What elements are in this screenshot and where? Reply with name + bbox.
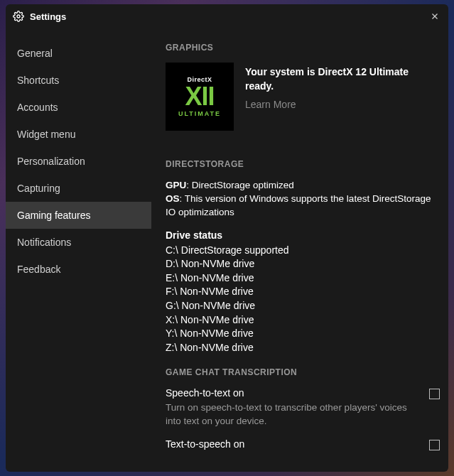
sidebar-item-gaming-features[interactable]: Gaming features: [6, 202, 151, 229]
close-button[interactable]: [428, 10, 441, 23]
graphics-block: DirectX XII ULTIMATE Your system is Dire…: [166, 63, 440, 131]
gamechat-header: GAME CHAT TRANSCRIPTION: [166, 367, 440, 377]
stt-title: Speech-to-text on: [166, 387, 421, 399]
drive-line: G:\ Non-NVMe drive: [166, 299, 440, 313]
gear-icon: [13, 11, 24, 22]
sidebar-item-feedback[interactable]: Feedback: [6, 256, 151, 283]
drive-line: Z:\ Non-NVMe drive: [166, 341, 440, 355]
sidebar-item-shortcuts[interactable]: Shortcuts: [6, 67, 151, 94]
drive-line: Y:\ Non-NVMe drive: [166, 327, 440, 341]
directx-badge-bot: ULTIMATE: [178, 110, 221, 117]
drive-line: F:\ Non-NVMe drive: [166, 285, 440, 299]
ds-os-value: : This version of Windows supports the l…: [166, 193, 431, 217]
settings-panel: Settings General Shortcuts Accounts Widg…: [6, 4, 448, 472]
learn-more-link[interactable]: Learn More: [245, 99, 440, 110]
sidebar-item-capturing[interactable]: Capturing: [6, 175, 151, 202]
svg-point-0: [17, 15, 20, 18]
graphics-heading: Your system is DirectX 12 Ultimate ready…: [245, 65, 440, 93]
window-title: Settings: [30, 11, 428, 22]
ds-gpu-label: GPU: [166, 180, 186, 190]
sidebar-item-widget-menu[interactable]: Widget menu: [6, 121, 151, 148]
directx-badge-mid: XII: [185, 85, 214, 108]
ds-os-line: OS: This version of Windows supports the…: [166, 193, 440, 220]
directstorage-header: DIRECTSTORAGE: [166, 159, 440, 169]
drive-line: E:\ Non-NVMe drive: [166, 271, 440, 286]
titlebar: Settings: [6, 4, 448, 28]
drive-line: X:\ Non-NVMe drive: [166, 313, 440, 328]
sidebar-item-personalization[interactable]: Personalization: [6, 148, 151, 175]
ds-gpu-line: GPU: DirectStorage optimized: [166, 179, 440, 193]
sidebar-item-accounts[interactable]: Accounts: [6, 94, 151, 121]
tts-checkbox[interactable]: [429, 440, 440, 450]
tts-title: Text-to-speech on: [166, 438, 421, 450]
sidebar-item-general[interactable]: General: [6, 40, 151, 67]
ds-gpu-value: : DirectStorage optimized: [186, 180, 294, 190]
text-to-speech-row: Text-to-speech on: [166, 438, 440, 453]
graphics-header: GRAPHICS: [166, 43, 440, 53]
directstorage-block: GPU: DirectStorage optimized OS: This ve…: [166, 179, 440, 355]
directx-badge: DirectX XII ULTIMATE: [166, 63, 234, 131]
stt-checkbox[interactable]: [429, 389, 440, 399]
ds-os-label: OS: [166, 193, 180, 204]
sidebar-item-notifications[interactable]: Notifications: [6, 229, 151, 256]
sidebar: General Shortcuts Accounts Widget menu P…: [6, 28, 151, 472]
drive-status-title: Drive status: [166, 229, 440, 241]
stt-desc: Turn on speech-to-text to transcribe oth…: [166, 401, 421, 428]
drive-line: D:\ Non-NVMe drive: [166, 257, 440, 271]
drive-line: C:\ DirectStorage supported: [166, 244, 440, 258]
speech-to-text-row: Speech-to-text on Turn on speech-to-text…: [166, 387, 440, 428]
content-pane: GRAPHICS DirectX XII ULTIMATE Your syste…: [151, 28, 448, 472]
